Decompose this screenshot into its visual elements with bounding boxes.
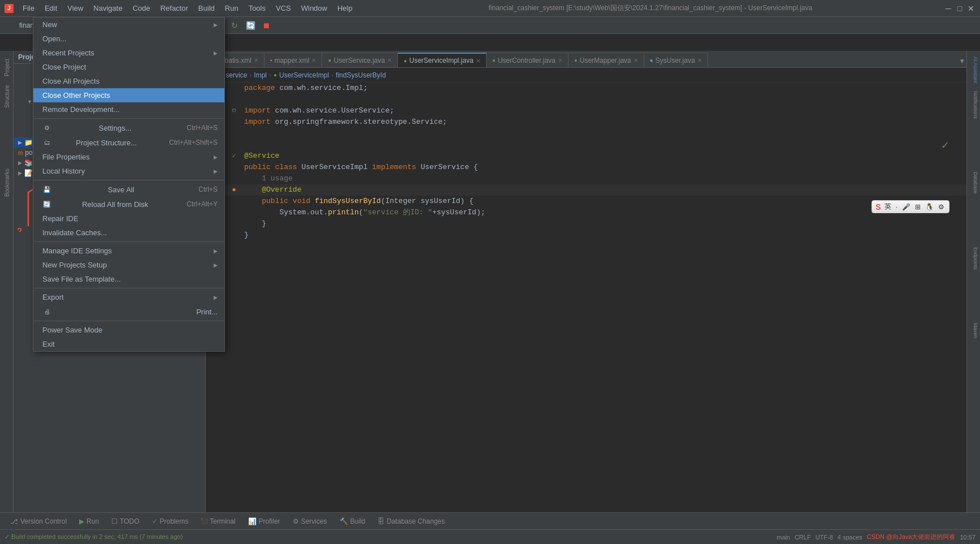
minimize-button[interactable]: ─ (944, 4, 953, 13)
tab-mapper-xml-close[interactable]: ✕ (311, 57, 316, 63)
bottom-tab-terminal[interactable]: ⬛ Terminal (195, 516, 241, 526)
sogou-lang-btn[interactable]: 英 (883, 202, 892, 211)
tab-sysuser-close[interactable]: ✕ (697, 57, 702, 63)
sidebar-project-tab[interactable]: Project (1, 53, 12, 81)
stop-button[interactable]: ⏹ (259, 19, 273, 32)
menu-item-export[interactable]: Export (33, 290, 224, 304)
bottom-tab-run[interactable]: ▶ Run (73, 516, 105, 526)
menu-refactor[interactable]: Refactor (156, 3, 193, 14)
sogou-ime-toolbar[interactable]: S 英 · 🎤 ⊞ 🐧 ⚙ (871, 200, 949, 213)
status-line-col[interactable]: 10:57 (960, 534, 975, 541)
menu-edit[interactable]: Edit (40, 3, 62, 14)
line-code-1: package com.wh.service.Impl; (240, 83, 367, 94)
menu-code[interactable]: Code (128, 3, 155, 14)
tab-userservice-java[interactable]: ● UserService.java ✕ (322, 53, 398, 67)
status-git-branch[interactable]: main (777, 534, 790, 541)
menu-item-settings[interactable]: ⚙ Settings... Ctrl+Alt+S (33, 120, 224, 135)
menu-run[interactable]: Run (220, 3, 243, 14)
tab-userservice-close[interactable]: ✕ (387, 57, 392, 63)
menu-vcs[interactable]: VCS (271, 3, 296, 14)
tab-sysuser-java[interactable]: ● SysUser.java ✕ (644, 53, 708, 67)
menu-item-new[interactable]: New (33, 18, 224, 32)
right-sidebar-ai-assistant[interactable]: AI Assistant (968, 53, 979, 87)
menu-item-remote-development[interactable]: Remote Development... (33, 102, 224, 116)
menu-build[interactable]: Build (194, 3, 219, 14)
menu-item-open[interactable]: Open... (33, 32, 224, 46)
menu-item-recent-projects[interactable]: Recent Projects (33, 46, 224, 60)
menu-item-new-projects-setup[interactable]: New Projects Setup (33, 258, 224, 272)
breadcrumb-service[interactable]: service (226, 71, 247, 79)
line-marker-13 (228, 218, 240, 230)
menu-item-save-all[interactable]: 💾 Save All Ctrl+S (33, 182, 224, 197)
profiler-label: Profiler (259, 517, 280, 525)
bottom-tab-version-control[interactable]: ⎇ Version Control (5, 516, 72, 526)
bottom-tab-profiler[interactable]: 📊 Profiler (242, 516, 286, 526)
menu-view[interactable]: View (63, 3, 88, 14)
status-encoding[interactable]: UTF-8 (816, 534, 833, 541)
right-sidebar-maven[interactable]: Maven (968, 320, 979, 342)
right-sidebar-notifications[interactable]: Notifications (968, 88, 979, 122)
menu-item-invalidate-caches[interactable]: Invalidate Caches... (33, 226, 224, 240)
tab-userserviceimpl-java[interactable]: ● UserServiceImpl.java ✕ (398, 53, 486, 67)
tab-usermapper-close[interactable]: ✕ (634, 57, 638, 63)
tab-usermapper-java[interactable]: ● UserMapper.java ✕ (569, 53, 644, 67)
tabs-more-button[interactable]: ▾ (958, 54, 966, 67)
menu-tools[interactable]: Tools (244, 3, 270, 14)
tab-mapper-xml[interactable]: ▪ mapper.xml ✕ (264, 53, 323, 67)
menu-window[interactable]: Window (297, 3, 332, 14)
sogou-settings-btn[interactable]: ⚙ (937, 203, 946, 211)
problems-icon: ✓ (152, 517, 158, 525)
bottom-tab-services[interactable]: ⚙ Services (287, 516, 333, 526)
bottom-tab-database-changes[interactable]: 🗄 Database Changes (372, 516, 450, 526)
status-crlf[interactable]: CRLF (795, 534, 811, 541)
tab-usercontroller-close[interactable]: ✕ (558, 57, 562, 63)
menu-item-close-other-projects[interactable]: Close Other Projects (33, 88, 224, 102)
menu-item-reload-all[interactable]: 🔄 Reload All from Disk Ctrl+Alt+Y (33, 197, 224, 211)
sogou-emoji-btn[interactable]: 🐧 (924, 203, 935, 211)
tab-usercontroller-java[interactable]: ● UserController.java ✕ (487, 53, 569, 67)
menu-item-file-props-label: File Properties (42, 153, 90, 161)
refresh-button[interactable]: 🔄 (244, 19, 257, 32)
sidebar-bookmarks-tab[interactable]: Bookmarks (1, 169, 12, 197)
bottom-tab-todo[interactable]: ☐ TODO (106, 516, 145, 526)
menu-item-manage-ide[interactable]: Manage IDE Settings (33, 244, 224, 258)
sogou-table-btn[interactable]: ⊞ (914, 203, 922, 211)
right-sidebar-database[interactable]: Database (968, 169, 979, 197)
tab-userserviceimpl-close[interactable]: ✕ (476, 58, 480, 64)
sidebar-structure-tab[interactable]: Structure (1, 83, 12, 111)
menu-item-print-label: Print... (196, 308, 218, 316)
code-editor[interactable]: 1 package com.wh.service.Impl; 2 3 ⊟ imp… (206, 83, 966, 529)
status-indent[interactable]: 4 spaces (838, 534, 862, 541)
menu-item-open-label: Open... (42, 34, 67, 43)
menu-item-print[interactable]: 🖨 Print... (33, 304, 224, 319)
sogou-punct-btn[interactable]: · (895, 203, 899, 211)
run-icon: ▶ (79, 517, 84, 525)
menu-item-close-all-projects[interactable]: Close All Projects (33, 74, 224, 88)
menu-item-exit[interactable]: Exit (33, 337, 224, 351)
menu-navigate[interactable]: Navigate (89, 3, 127, 14)
menu-item-local-history[interactable]: Local History (33, 164, 224, 178)
menu-help[interactable]: Help (333, 3, 357, 14)
maximize-button[interactable]: □ (955, 4, 964, 13)
app-icon-letter: J (7, 5, 11, 11)
menu-item-project-structure[interactable]: 🗂 Project Structure... Ctrl+Alt+Shift+S (33, 135, 224, 150)
bottom-tab-problems[interactable]: ✓ Problems (146, 516, 194, 526)
breadcrumb-userserviceimpl[interactable]: UserServiceImpl (279, 71, 329, 79)
sogou-mic-btn[interactable]: 🎤 (901, 203, 912, 211)
menu-item-close-project[interactable]: Close Project (33, 60, 224, 74)
menu-item-save-template[interactable]: Save File as Template... (33, 272, 224, 286)
menu-item-power-save[interactable]: Power Save Mode (33, 323, 224, 337)
menu-file[interactable]: File (18, 3, 39, 14)
breadcrumb-findsysuserbyid[interactable]: findSysUserById (336, 71, 386, 79)
close-button[interactable]: ✕ (966, 4, 975, 13)
breadcrumb-impl[interactable]: Impl (254, 71, 267, 79)
bottom-tab-build[interactable]: 🔨 Build (334, 516, 371, 526)
menu-item-repair-ide[interactable]: Repair IDE (33, 211, 224, 226)
save-all-shortcut: Ctrl+S (198, 185, 218, 193)
menu-item-file-properties[interactable]: File Properties (33, 150, 224, 164)
right-sidebar-endpoints[interactable]: Endpoints (968, 244, 979, 273)
update-button[interactable]: ↻ (228, 19, 241, 32)
menu-separator-1 (33, 118, 224, 119)
line-15: 15 (206, 241, 966, 252)
tab-mybatis-xml-close[interactable]: ✕ (254, 57, 258, 63)
